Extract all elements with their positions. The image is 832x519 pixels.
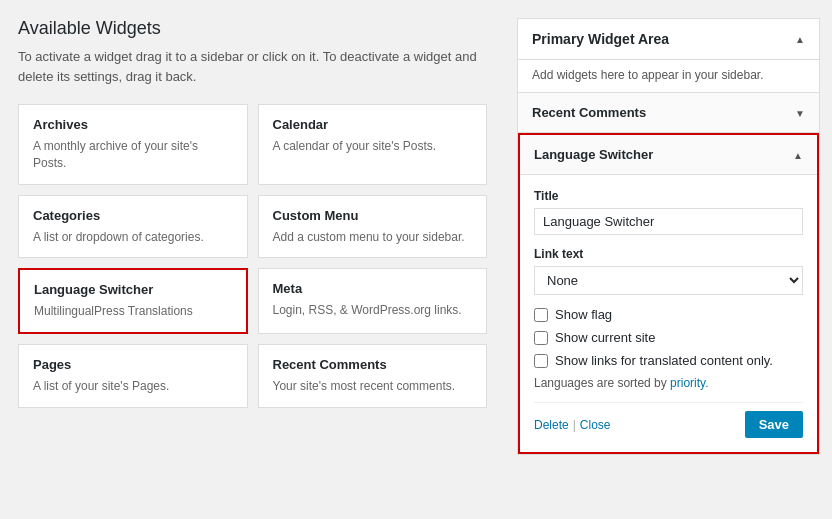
footer-separator: | — [573, 418, 576, 432]
language-switcher-body: Title Link text None Show flag Show curr… — [520, 175, 817, 452]
widget-calendar-desc: A calendar of your site's Posts. — [273, 138, 473, 155]
title-field-group: Title — [534, 189, 803, 235]
widget-language-switcher-desc: MultilingualPress Translations — [34, 303, 232, 320]
widget-calendar-title: Calendar — [273, 117, 473, 132]
title-input[interactable] — [534, 208, 803, 235]
show-flag-group: Show flag — [534, 307, 803, 322]
primary-collapse-icon[interactable] — [795, 32, 805, 46]
close-link[interactable]: Close — [580, 418, 611, 432]
recent-comments-expand-icon[interactable] — [795, 105, 805, 120]
widgets-grid: Archives A monthly archive of your site'… — [18, 104, 487, 408]
widget-recent-comments-desc: Your site's most recent comments. — [273, 378, 473, 395]
recent-comments-bar[interactable]: Recent Comments — [518, 93, 819, 133]
show-current-label: Show current site — [555, 330, 655, 345]
show-flag-label: Show flag — [555, 307, 612, 322]
widget-pages-title: Pages — [33, 357, 233, 372]
widget-custom-menu[interactable]: Custom Menu Add a custom menu to your si… — [258, 195, 488, 259]
link-text-field-group: Link text None — [534, 247, 803, 295]
widget-archives[interactable]: Archives A monthly archive of your site'… — [18, 104, 248, 185]
widget-footer: Delete | Close Save — [534, 402, 803, 438]
show-current-checkbox[interactable] — [534, 331, 548, 345]
widget-pages-desc: A list of your site's Pages. — [33, 378, 233, 395]
widget-custom-menu-desc: Add a custom menu to your sidebar. — [273, 229, 473, 246]
widget-recent-comments[interactable]: Recent Comments Your site's most recent … — [258, 344, 488, 408]
widget-meta-title: Meta — [273, 281, 473, 296]
widget-recent-comments-title: Recent Comments — [273, 357, 473, 372]
save-button[interactable]: Save — [745, 411, 803, 438]
panel-intro: To activate a widget drag it to a sideba… — [18, 47, 487, 86]
language-switcher-widget-title: Language Switcher — [534, 147, 653, 162]
language-switcher-collapse-icon[interactable] — [793, 147, 803, 162]
delete-link[interactable]: Delete — [534, 418, 569, 432]
primary-widget-area: Primary Widget Area Add widgets here to … — [517, 18, 820, 455]
widget-categories-title: Categories — [33, 208, 233, 223]
primary-widget-header[interactable]: Primary Widget Area — [518, 19, 819, 60]
right-panel: Primary Widget Area Add widgets here to … — [505, 0, 832, 519]
title-label: Title — [534, 189, 803, 203]
show-links-checkbox[interactable] — [534, 354, 548, 368]
widget-archives-title: Archives — [33, 117, 233, 132]
primary-widget-subtitle: Add widgets here to appear in your sideb… — [518, 60, 819, 93]
primary-widget-title: Primary Widget Area — [532, 31, 669, 47]
widget-meta[interactable]: Meta Login, RSS, & WordPress.org links. — [258, 268, 488, 334]
widget-categories-desc: A list or dropdown of categories. — [33, 229, 233, 246]
widget-categories[interactable]: Categories A list or dropdown of categor… — [18, 195, 248, 259]
widget-language-switcher[interactable]: Language Switcher MultilingualPress Tran… — [18, 268, 248, 334]
show-flag-checkbox[interactable] — [534, 308, 548, 322]
language-switcher-header[interactable]: Language Switcher — [520, 135, 817, 175]
link-text-label: Link text — [534, 247, 803, 261]
recent-comments-label: Recent Comments — [532, 105, 646, 120]
show-links-label: Show links for translated content only. — [555, 353, 773, 368]
sorted-by-text: Languages are sorted by priority. — [534, 376, 803, 390]
show-links-group: Show links for translated content only. — [534, 353, 803, 368]
show-current-group: Show current site — [534, 330, 803, 345]
widget-calendar[interactable]: Calendar A calendar of your site's Posts… — [258, 104, 488, 185]
widget-pages[interactable]: Pages A list of your site's Pages. — [18, 344, 248, 408]
footer-links: Delete | Close — [534, 418, 611, 432]
language-switcher-widget: Language Switcher Title Link text None S… — [518, 133, 819, 454]
priority-link[interactable]: priority — [670, 376, 705, 390]
available-widgets-panel: Available Widgets To activate a widget d… — [0, 0, 505, 519]
widget-custom-menu-title: Custom Menu — [273, 208, 473, 223]
panel-title: Available Widgets — [18, 18, 487, 39]
widget-meta-desc: Login, RSS, & WordPress.org links. — [273, 302, 473, 319]
widget-archives-desc: A monthly archive of your site's Posts. — [33, 138, 233, 172]
widget-language-switcher-title: Language Switcher — [34, 282, 232, 297]
link-text-select[interactable]: None — [534, 266, 803, 295]
